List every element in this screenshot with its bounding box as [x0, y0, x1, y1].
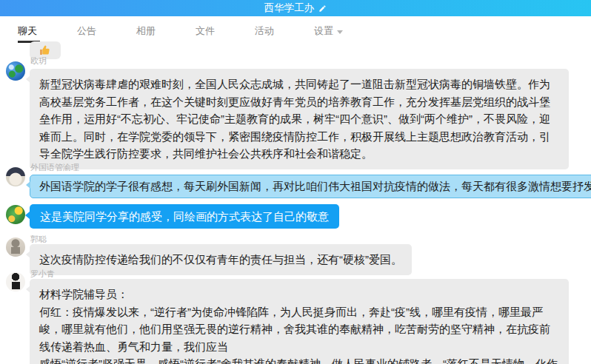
tab-files[interactable]: 文件: [196, 16, 255, 46]
tab-albums[interactable]: 相册: [136, 16, 196, 46]
tab-bar: 聊天 公告 相册 文件 活动 设置: [0, 16, 591, 46]
tab-announcements-label: 公告: [77, 24, 96, 38]
title-bar: 西华学工办: [0, 0, 591, 16]
message-bubble: 新型冠状病毒肆虐的艰难时刻，全国人民众志成城，共同铸起了一道阻击新型冠状病毒的铜…: [30, 69, 569, 169]
chevron-down-icon: [337, 30, 343, 34]
message-bubble: 材料学院辅导员： 何红：疫情爆发以来，“逆行者”为使命冲锋陷阵，为人民挺身而出，…: [30, 279, 569, 364]
tab-settings-label: 设置: [314, 24, 333, 38]
sender-name: 罗小青: [30, 269, 55, 280]
sender-name: 欧玥: [30, 55, 47, 67]
edit-title-icon[interactable]: [318, 4, 327, 13]
group-title: 西华学工办: [264, 1, 315, 15]
tab-announcements[interactable]: 公告: [77, 16, 136, 46]
message-bubble: 这是美院同学分享的感受，同绘画的方式表达了自己的敬意: [30, 204, 339, 229]
tab-albums-label: 相册: [136, 24, 156, 38]
pencil-icon: [318, 4, 327, 13]
avatar[interactable]: [6, 272, 25, 291]
message-bubble: 外国语学院的学子很有感想，每天刷外国新闻，再对比咱们伟大祖国对抗疫情的做法，每天…: [30, 175, 591, 198]
avatar[interactable]: [6, 237, 25, 257]
tab-settings[interactable]: 设置: [314, 16, 373, 46]
sender-name: 外国语管渝理: [30, 162, 79, 173]
message-text: 外国语学院的学子很有感想，每天刷外国新闻，再对比咱们伟大祖国对抗疫情的做法，每天…: [39, 180, 591, 192]
sender-name: 郭聪: [30, 234, 47, 245]
avatar[interactable]: [6, 167, 25, 186]
tab-activities-label: 活动: [255, 24, 274, 38]
avatar[interactable]: [6, 61, 25, 81]
avatar[interactable]: [6, 205, 25, 224]
tab-chat-label: 聊天: [18, 24, 37, 38]
tab-activities[interactable]: 活动: [255, 16, 314, 46]
message-bubble: 这次疫情防控传递给我们的不仅仅有青年的责任与担当，还有“硬核”爱国。: [30, 244, 412, 275]
tab-files-label: 文件: [196, 24, 215, 38]
group-chat-window: 西华学工办 聊天 公告 相册 文件 活动 设置: [0, 0, 591, 364]
